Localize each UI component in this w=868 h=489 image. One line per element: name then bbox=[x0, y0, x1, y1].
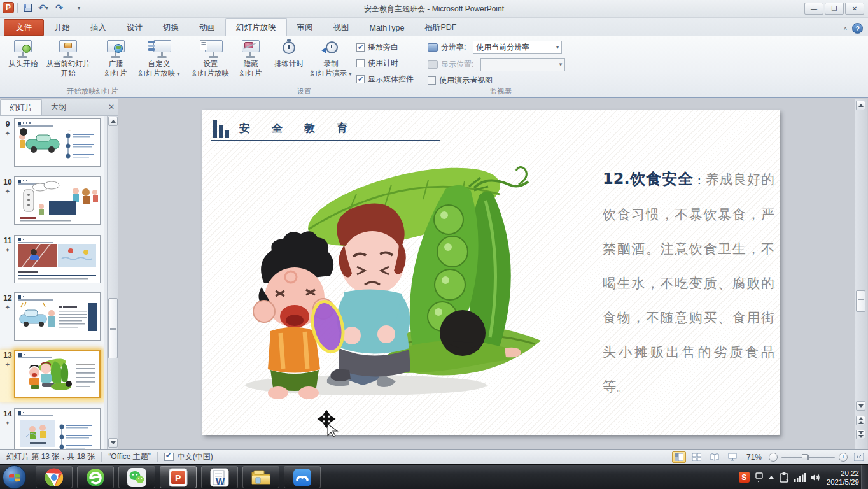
system-clock[interactable]: 20:22 2021/5/29 bbox=[827, 469, 859, 486]
slide-thumbnail-row[interactable]: 9 ✦ … bbox=[0, 118, 104, 169]
ribbon-tab-row: 文件 开始 插入 设计 切换 动画 幻灯片放映 审阅 视图 MathType 福… bbox=[0, 18, 868, 36]
tab-mathtype[interactable]: MathType bbox=[360, 20, 415, 36]
play-narrations-checkbox[interactable]: ✔ 播放旁白 bbox=[356, 41, 414, 53]
hidden-icons-button[interactable] bbox=[769, 476, 774, 479]
button-label: 幻灯片 bbox=[105, 69, 127, 78]
main-scrollbar-thumb[interactable] bbox=[856, 290, 865, 312]
panel-scrollbar[interactable] bbox=[107, 116, 118, 449]
show-position-label: 显示位置: bbox=[441, 59, 473, 70]
svg-text:…: … bbox=[59, 417, 62, 421]
normal-view-button[interactable] bbox=[672, 451, 686, 463]
zoom-out-button[interactable]: − bbox=[769, 453, 778, 462]
show-position-dropdown: ▾ bbox=[480, 58, 565, 71]
sogou-input-icon[interactable]: S bbox=[739, 472, 750, 483]
tab-home[interactable]: 开始 bbox=[44, 20, 80, 36]
slide-9-thumbnail[interactable]: … bbox=[14, 118, 101, 167]
panel-scrollbar-thumb[interactable] bbox=[108, 298, 118, 358]
setup-slideshow-button[interactable]: 设置 幻灯片放映 bbox=[188, 39, 233, 78]
tab-animations[interactable]: 动画 bbox=[189, 20, 225, 36]
chevron-down-icon: ▾ bbox=[556, 44, 559, 50]
checkbox-label: 使用演示者视图 bbox=[439, 75, 493, 86]
input-mode-icon[interactable] bbox=[755, 472, 764, 483]
scroll-down-icon[interactable] bbox=[856, 401, 865, 411]
slide-thumbnail-row[interactable]: 11 ✦ bbox=[0, 235, 104, 286]
volume-icon[interactable] bbox=[811, 473, 822, 482]
slide-10-thumbnail[interactable] bbox=[14, 176, 101, 225]
slide-12-thumbnail[interactable] bbox=[14, 292, 101, 341]
from-beginning-button[interactable]: 从头开始 bbox=[3, 39, 43, 69]
slide-thumbnail-row[interactable]: 10 ✦ bbox=[0, 176, 104, 227]
outline-tab[interactable]: 大纲 bbox=[42, 99, 75, 115]
slide-sorter-view-button[interactable] bbox=[690, 451, 704, 463]
zoom-slider-thumb[interactable] bbox=[802, 454, 808, 460]
taskbar-360-browser-button[interactable] bbox=[77, 466, 114, 488]
clipboard-tray-icon[interactable] bbox=[779, 472, 789, 483]
browser-360-icon bbox=[86, 468, 105, 487]
use-timings-checkbox[interactable]: 使用计时 bbox=[356, 57, 414, 69]
main-scrollbar[interactable] bbox=[855, 99, 867, 449]
slide-canvas[interactable]: 安全教育 bbox=[202, 110, 780, 435]
previous-slide-button[interactable] bbox=[856, 416, 865, 425]
button-label: 设置 bbox=[204, 60, 218, 68]
fit-to-window-button[interactable] bbox=[851, 451, 865, 463]
tab-file[interactable]: 文件 bbox=[4, 19, 44, 36]
taskbar-wechat-button[interactable] bbox=[118, 466, 155, 488]
slide-thumbnail-row-selected[interactable]: 13 ✦ bbox=[0, 350, 104, 402]
hide-slide-button[interactable]: 隐藏 幻灯片 bbox=[233, 39, 269, 78]
resolution-dropdown[interactable]: 使用当前分辨率 ▾ bbox=[473, 41, 562, 54]
slide-thumbnail-row[interactable]: 12 ✦ bbox=[0, 292, 104, 343]
broadcast-slideshow-button[interactable]: 广播 幻灯片 bbox=[95, 39, 136, 78]
show-desktop-button[interactable] bbox=[861, 465, 868, 489]
presenter-view-checkbox[interactable]: 使用演示者视图 bbox=[428, 74, 565, 87]
taskbar-chrome-button[interactable] bbox=[36, 466, 73, 488]
language-status[interactable]: ✔ 中文(中国) bbox=[158, 452, 220, 462]
slide-11-thumbnail[interactable] bbox=[14, 235, 101, 283]
network-signal-icon[interactable] bbox=[794, 473, 806, 482]
pea-cartoon-image[interactable] bbox=[220, 150, 549, 403]
help-button[interactable]: ? bbox=[852, 23, 863, 34]
record-slideshow-button[interactable]: 录制 幻灯片演示 ▾ bbox=[308, 39, 354, 78]
start-button[interactable] bbox=[3, 465, 26, 489]
zoom-percentage[interactable]: 71% bbox=[743, 453, 765, 462]
checkbox-label: 显示媒体控件 bbox=[368, 74, 414, 85]
taskbar-powerpoint-button[interactable]: P bbox=[160, 466, 197, 488]
button-label: 录制 bbox=[324, 60, 339, 68]
tab-design[interactable]: 设计 bbox=[116, 20, 153, 36]
next-slide-button[interactable] bbox=[856, 430, 865, 439]
tab-view[interactable]: 视图 bbox=[323, 20, 360, 36]
slideshow-view-button[interactable] bbox=[725, 451, 739, 463]
taskbar-meeting-app-button[interactable] bbox=[284, 466, 321, 488]
minimize-button[interactable]: — bbox=[804, 3, 823, 15]
tab-slideshow[interactable]: 幻灯片放映 bbox=[225, 18, 287, 36]
slide-body-text[interactable]: 12.饮食安全：养成良好的饮食习惯，不暴饮暴食，严禁酗酒。注意饮食卫生，不喝生水… bbox=[603, 162, 774, 404]
taskbar-word-button[interactable]: W bbox=[201, 466, 238, 488]
zoom-in-button[interactable]: + bbox=[839, 453, 848, 462]
scroll-down-icon[interactable] bbox=[108, 438, 118, 448]
stopwatch-icon bbox=[278, 39, 300, 59]
from-current-slide-button[interactable]: 从当前幻灯片 开始 bbox=[41, 39, 95, 78]
scroll-up-icon[interactable] bbox=[108, 117, 118, 126]
slide-14-thumbnail[interactable]: … bbox=[14, 408, 101, 449]
tab-transitions[interactable]: 切换 bbox=[153, 20, 189, 36]
restore-button[interactable]: ❐ bbox=[825, 3, 844, 15]
close-panel-icon[interactable]: ✕ bbox=[108, 103, 115, 111]
taskbar-explorer-button[interactable] bbox=[242, 466, 279, 488]
zoom-slider[interactable] bbox=[781, 457, 835, 458]
close-button[interactable]: ✕ bbox=[845, 3, 864, 15]
rehearse-timings-button[interactable]: 排练计时 bbox=[270, 39, 308, 69]
button-label: 从头开始 bbox=[8, 60, 38, 68]
tab-insert[interactable]: 插入 bbox=[80, 20, 116, 36]
show-media-controls-checkbox[interactable]: ✔ 显示媒体控件 bbox=[356, 73, 414, 85]
theme-name: “Office 主题” bbox=[102, 452, 157, 462]
button-label: 开始 bbox=[61, 69, 76, 78]
slides-tab[interactable]: 幻灯片 bbox=[0, 99, 42, 115]
reading-view-button[interactable] bbox=[708, 451, 722, 463]
scroll-up-icon[interactable] bbox=[856, 101, 865, 110]
tab-foxitpdf[interactable]: 福昕PDF bbox=[414, 20, 466, 36]
slide-thumbnail-row[interactable]: 14 ✦ … bbox=[0, 408, 104, 449]
tab-review[interactable]: 审阅 bbox=[287, 20, 323, 36]
custom-slideshow-button[interactable]: 自定义 幻灯片放映 ▾ bbox=[136, 39, 182, 78]
folder-icon bbox=[251, 469, 271, 486]
slide-13-thumbnail[interactable] bbox=[14, 350, 101, 398]
collapse-ribbon-icon[interactable]: ˄ bbox=[844, 25, 847, 32]
